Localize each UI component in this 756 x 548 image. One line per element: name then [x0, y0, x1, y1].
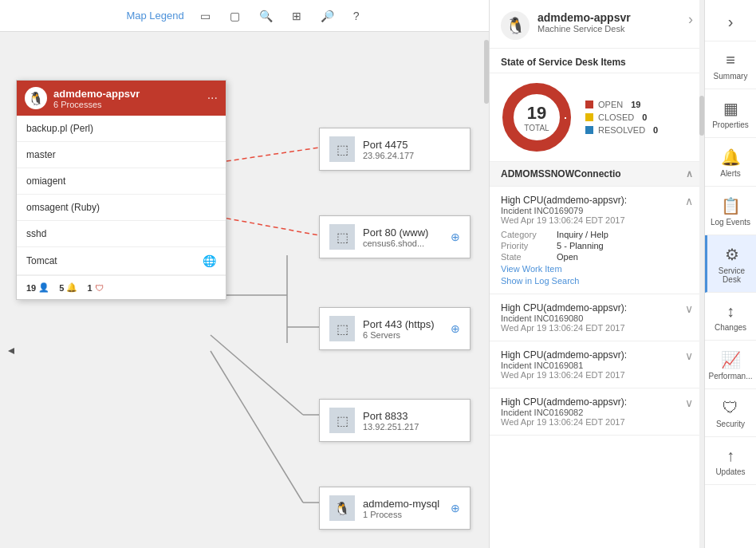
fit-icon[interactable]: ⊞	[289, 6, 305, 26]
incident-3-date: Wed Apr 19 13:06:24 EDT 2017	[501, 417, 627, 427]
rs-security-label: Security	[716, 420, 745, 428]
incident-0-details: Category Inquiry / Help Priority 5 - Pla…	[501, 230, 693, 286]
process-name-omiagent: omiagent	[26, 175, 65, 187]
rs-item-properties[interactable]: ▦ Properties	[705, 89, 756, 138]
rs-changes-label: Changes	[715, 323, 746, 332]
badge-num-1: 19	[26, 283, 36, 293]
process-list: backup.pl (Perl) master omiagent omsagen…	[17, 116, 226, 275]
rs-item-summary[interactable]: ≡ Summary	[705, 41, 756, 89]
service-desk-icon: ⚙	[725, 245, 739, 264]
process-panel-footer: 19 👤 5 🔔 1 🛡	[17, 275, 226, 299]
port-4475-node[interactable]: ⬚ Port 4475 23.96.24.177	[319, 128, 471, 171]
svg-line-7	[211, 351, 303, 503]
globe-icon: 🌐	[203, 254, 216, 267]
donut-area: 19 TOTAL OPEN 19 CLOSED 0 RESOLVED 0	[490, 73, 704, 162]
incident-3-title: High CPU(admdemo-appsvr):	[501, 396, 627, 408]
process-item-backup[interactable]: backup.pl (Perl)	[17, 116, 226, 142]
legend-closed: CLOSED 0	[585, 112, 658, 122]
right-sidebar: › ≡ Summary ▦ Properties 🔔 Alerts 📋 Log …	[704, 0, 756, 548]
process-panel-subtitle: 6 Processes	[53, 100, 140, 109]
donut-legend: OPEN 19 CLOSED 0 RESOLVED 0	[585, 100, 658, 135]
svg-line-0	[211, 148, 319, 164]
port-80-icon: ⬚	[329, 224, 355, 250]
mysql-node[interactable]: 🐧 admdemo-mysql 1 Process ⊕	[319, 487, 471, 530]
rs-forward-btn[interactable]: ›	[705, 3, 756, 41]
incident-3-header: High CPU(admdemo-appsvr): Incident INC01…	[501, 396, 627, 427]
legend-resolved-label: RESOLVED	[598, 125, 645, 135]
footer-badge-count3: 1 🛡	[87, 283, 103, 293]
rs-log-events-label: Log Events	[711, 218, 750, 227]
port-8833-content: Port 8833 13.92.251.217	[363, 410, 460, 432]
mysql-title: admdemo-mysql	[363, 498, 443, 510]
badge-num-3: 1	[87, 283, 92, 293]
port-443-icon: ⬚	[329, 316, 355, 341]
minimize-icon[interactable]: ▭	[197, 6, 214, 26]
rp-header: 🐧 admdemo-appsvr Machine Service Desk ›	[490, 0, 704, 49]
port-4475-icon: ⬚	[329, 136, 355, 162]
incident-3-expand[interactable]: ∨	[685, 396, 693, 409]
incident-1-header: High CPU(admdemo-appsvr): Incident INC01…	[501, 302, 627, 333]
incident-2-expand[interactable]: ∨	[685, 349, 693, 362]
rp-linux-icon: 🐧	[501, 11, 530, 40]
shield-icon: 🛡	[95, 283, 104, 293]
rs-performance-label: Performan...	[708, 372, 752, 380]
rs-service-desk-label: Service Desk	[711, 266, 753, 284]
rs-item-performance[interactable]: 📈 Performan...	[705, 341, 756, 389]
toolbar: Map Legend ▭ ▢ 🔍 ⊞ 🔎 ?	[0, 0, 489, 32]
port-443-badge: ⊕	[451, 322, 460, 335]
rp-state-section-title: State of Service Desk Items	[490, 49, 704, 73]
rs-item-alerts[interactable]: 🔔 Alerts	[705, 138, 756, 187]
port-443-node[interactable]: ⬚ Port 443 (https) 6 Servers ⊕	[319, 307, 471, 350]
view-work-item-link[interactable]: View Work Item	[501, 264, 693, 274]
donut-label: 19 TOTAL	[524, 103, 549, 132]
rp-chevron-icon[interactable]: ›	[688, 11, 693, 28]
svg-marker-9	[8, 348, 14, 354]
rs-item-log-events[interactable]: 📋 Log Events	[705, 187, 756, 235]
incident-2-title: High CPU(admdemo-appsvr):	[501, 349, 627, 361]
log-events-icon: 📋	[721, 196, 741, 215]
incident-0-id: Incident INC0169079	[501, 206, 627, 215]
legend-closed-color	[585, 113, 593, 121]
legend-closed-label: CLOSED	[598, 112, 634, 122]
legend-open: OPEN 19	[585, 100, 658, 109]
right-panel-scrollbar[interactable]	[699, 0, 704, 548]
zoom-in-icon[interactable]: 🔎	[317, 6, 337, 26]
security-icon: 🛡	[723, 399, 738, 417]
rs-item-security[interactable]: 🛡 Security	[705, 389, 756, 437]
updates-icon: ↑	[726, 447, 734, 465]
zoom-out-icon[interactable]: 🔍	[256, 6, 276, 26]
bell-icon: 🔔	[66, 282, 77, 293]
rs-item-updates[interactable]: ↑ Updates	[705, 437, 756, 485]
incident-0-category-row: Category Inquiry / Help	[501, 230, 693, 239]
incident-0-expand[interactable]: ∧	[685, 195, 693, 207]
incidents-scroll[interactable]: ADMOMSSNOWConnectio ∧ High CPU(admdemo-a…	[490, 162, 704, 548]
incident-1-expand[interactable]: ∨	[685, 302, 693, 315]
port-443-content: Port 443 (https) 6 Servers	[363, 318, 443, 340]
process-panel-menu-icon[interactable]: ···	[207, 91, 218, 105]
incident-group-title: ADMOMSSNOWConnectio	[501, 168, 621, 179]
process-name-backup: backup.pl (Perl)	[26, 123, 93, 134]
process-name-tomcat: Tomcat	[26, 255, 57, 266]
port-8833-node[interactable]: ⬚ Port 8833 13.92.251.217	[319, 399, 471, 442]
incident-group-collapse[interactable]: ∧	[686, 168, 693, 179]
show-in-log-search-link[interactable]: Show in Log Search	[501, 276, 693, 286]
port-80-node[interactable]: ⬚ Port 80 (www) census6.shod... ⊕	[319, 215, 471, 258]
incident-2-date: Wed Apr 19 13:06:24 EDT 2017	[501, 370, 627, 380]
legend-resolved: RESOLVED 0	[585, 125, 658, 135]
rs-item-changes[interactable]: ↕ Changes	[705, 293, 756, 341]
legend-closed-num: 0	[642, 112, 647, 122]
incident-0-priority-row: Priority 5 - Planning	[501, 241, 693, 250]
incident-1-date: Wed Apr 19 13:06:24 EDT 2017	[501, 323, 627, 333]
process-item-master[interactable]: master	[17, 142, 226, 168]
process-item-omsagent[interactable]: omsagent (Ruby)	[17, 195, 226, 221]
rs-item-service-desk[interactable]: ⚙ Service Desk	[705, 235, 756, 293]
port-8833-title: Port 8833	[363, 410, 460, 422]
process-item-omiagent[interactable]: omiagent	[17, 168, 226, 195]
mysql-sub: 1 Process	[363, 510, 443, 519]
process-item-tomcat[interactable]: Tomcat 🌐	[17, 247, 226, 275]
expand-icon[interactable]: ▢	[226, 6, 243, 26]
port-4475-content: Port 4475 23.96.24.177	[363, 139, 460, 160]
help-icon[interactable]: ?	[350, 6, 363, 26]
process-panel-header-left: 🐧 admdemo-appsvr 6 Processes	[25, 87, 140, 109]
process-item-sshd[interactable]: sshd	[17, 221, 226, 247]
